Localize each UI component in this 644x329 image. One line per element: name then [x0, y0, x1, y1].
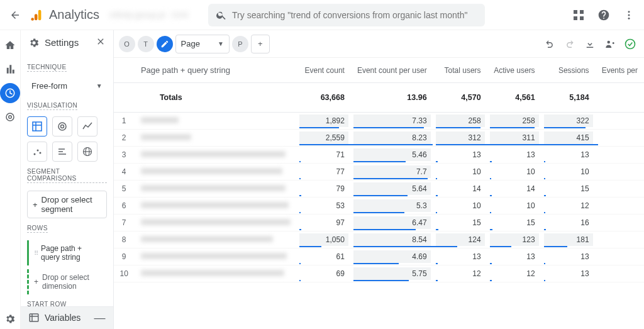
col-sessions[interactable]: Sessions [541, 58, 596, 83]
undo-button[interactable] [541, 35, 558, 53]
topbar: Analytics infinity-group.pl · GA4 [0, 0, 644, 30]
close-settings[interactable] [96, 36, 106, 48]
rail-explore[interactable] [0, 83, 20, 103]
viz-table[interactable] [27, 116, 47, 137]
table-row[interactable]: 5795.64141415 [114, 181, 644, 198]
apps-icon [574, 10, 584, 20]
rail-home[interactable] [0, 35, 20, 55]
cell: 415 [541, 130, 596, 147]
table-row[interactable]: 22,5598.23312311415 [114, 130, 644, 147]
cell: 13 [433, 147, 487, 164]
help-button[interactable] [594, 5, 614, 25]
cell: 71 [297, 147, 351, 164]
download-button[interactable] [581, 35, 599, 53]
donut-icon [57, 121, 67, 131]
rail-admin[interactable] [0, 309, 20, 329]
cell: 13 [487, 248, 541, 265]
apps-button[interactable] [569, 5, 589, 25]
technique-select[interactable]: Free-form ▼ [27, 75, 107, 96]
table-row[interactable]: 81,0508.54124123181 [114, 231, 644, 248]
row-dimension-chip[interactable]: ⠿ Page path + query string [27, 240, 107, 265]
data-table-wrap[interactable]: Page path + query string Event count Eve… [114, 58, 644, 329]
svg-rect-27 [30, 314, 38, 321]
scatter-icon [32, 147, 42, 157]
redo-icon [564, 38, 575, 50]
table-row[interactable]: 3715.46131313 [114, 147, 644, 164]
svg-point-17 [61, 125, 64, 128]
share-button[interactable] [601, 35, 619, 53]
svg-rect-6 [580, 16, 584, 20]
back-button[interactable] [5, 5, 25, 25]
cell: 10 [433, 164, 487, 181]
cell: 123 [487, 231, 541, 248]
more-button[interactable] [619, 5, 639, 25]
table-row[interactable]: 7976.47151516 [114, 215, 644, 231]
rail-advertising[interactable] [0, 107, 20, 127]
col-active-users[interactable]: Active users [487, 58, 541, 83]
cell: 13 [541, 265, 596, 282]
drag-handle-icon[interactable]: ⠿ [34, 250, 37, 257]
rail-reports[interactable] [0, 59, 20, 79]
col-total-users[interactable]: Total users [433, 58, 487, 83]
svg-rect-0 [38, 9, 42, 20]
left-rail [0, 30, 21, 329]
step-t[interactable]: T [138, 36, 154, 52]
table-row[interactable]: 9614.69131313 [114, 248, 644, 265]
minimize-icon[interactable]: — [94, 311, 106, 325]
cell: 69 [297, 265, 351, 282]
table-row[interactable]: 10695.75121213 [114, 265, 644, 282]
analytics-logo-icon [30, 8, 44, 22]
table-row[interactable]: 11,8927.33258258322 [114, 113, 644, 130]
page-dropdown[interactable]: Page ▼ [175, 35, 230, 53]
viz-geo[interactable] [77, 142, 97, 162]
edit-button[interactable] [157, 36, 173, 52]
table-row[interactable]: 6535.3101012 [114, 198, 644, 215]
search-bar[interactable] [208, 4, 485, 26]
technique-label: TECHNIQUE [27, 64, 67, 72]
row-index: 8 [114, 231, 135, 248]
plus-icon: + [34, 277, 38, 286]
svg-rect-1 [35, 14, 38, 20]
add-tab-button[interactable]: + [251, 35, 270, 53]
cell: 258 [487, 113, 541, 130]
undo-icon [544, 38, 555, 50]
svg-point-7 [628, 11, 630, 13]
cell: 61 [297, 248, 351, 265]
cell: 14 [433, 181, 487, 198]
viz-line[interactable] [77, 116, 97, 137]
property-name[interactable]: infinity-group.pl · GA4 [109, 10, 188, 20]
pencil-icon [160, 40, 169, 48]
step-p[interactable]: P [232, 36, 248, 52]
search-input[interactable] [232, 10, 477, 20]
col-event-count[interactable]: Event count [297, 58, 351, 83]
row-path [135, 198, 297, 215]
viz-bar[interactable] [52, 142, 72, 162]
explore-icon [4, 87, 16, 99]
col-events-per[interactable]: Events per [596, 58, 644, 83]
cell: 2,559 [297, 130, 351, 147]
cell: 4.69 [351, 248, 433, 265]
cell: 13 [541, 248, 596, 265]
cell: 13 [487, 147, 541, 164]
cell: 13 [433, 248, 487, 265]
col-event-per-user[interactable]: Event count per user [351, 58, 433, 83]
segments-drop[interactable]: + Drop or select segment [27, 191, 107, 218]
brand-text: Analytics [49, 8, 99, 22]
cell: 14 [487, 181, 541, 198]
settings-panel: Settings TECHNIQUE Free-form ▼ VISUALISA… [21, 30, 114, 329]
col-dimension[interactable]: Page path + query string [135, 58, 297, 83]
row-path [135, 113, 297, 130]
svg-point-19 [37, 150, 39, 152]
redo-button[interactable] [561, 35, 579, 53]
variables-bar[interactable]: Variables — [21, 306, 113, 329]
step-o[interactable]: O [119, 36, 135, 52]
viz-donut[interactable] [52, 116, 72, 137]
row-drop[interactable]: + Drop or select dimension [27, 269, 107, 294]
cell: 15 [541, 181, 596, 198]
table-row[interactable]: 4777.7101010 [114, 164, 644, 181]
row-index: 10 [114, 265, 135, 282]
totals-label: Totals [135, 83, 297, 113]
viz-scatter[interactable] [27, 142, 47, 162]
svg-point-30 [608, 40, 611, 43]
chevron-down-icon: ▼ [218, 40, 224, 47]
